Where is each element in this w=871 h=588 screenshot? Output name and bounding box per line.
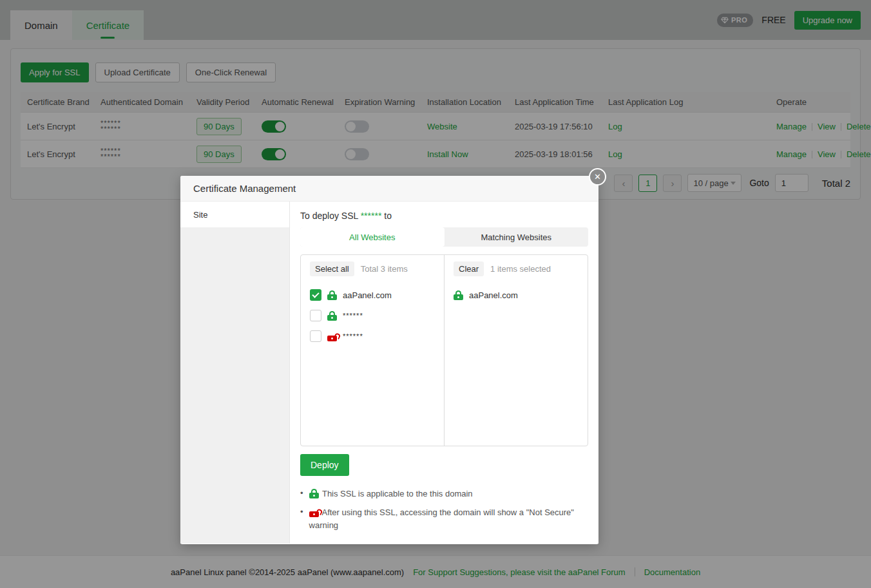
note-not-secure: • After using this SSL, accessing the do… [300, 506, 584, 532]
website-transfer-list: Select all Total 3 items aaPanel.com ** [300, 254, 588, 446]
selected-websites-panel: Clear 1 items selected aaPanel.com [445, 255, 588, 446]
total-items-label: Total 3 items [361, 264, 408, 274]
ssl-notes: • This SSL is applicable to the this dom… [300, 487, 588, 532]
sidebar-item-site[interactable]: Site [180, 202, 289, 227]
list-item[interactable]: ****** [310, 305, 435, 326]
clear-button[interactable]: Clear [454, 261, 484, 276]
unlock-icon [327, 332, 337, 341]
deploy-prefix: To deploy SSL [300, 211, 361, 221]
bullet: • [300, 506, 303, 532]
tab-matching-websites[interactable]: Matching Websites [445, 227, 589, 247]
website-label: aaPanel.com [343, 290, 392, 300]
bullet: • [300, 487, 303, 500]
deploy-ssl-line: To deploy SSL ****** to [300, 211, 588, 221]
available-websites-panel: Select all Total 3 items aaPanel.com ** [301, 255, 445, 446]
certificate-management-modal: ✕ Certificate Management Site To deploy … [180, 176, 598, 544]
close-icon[interactable]: ✕ [589, 168, 606, 185]
lock-icon [309, 489, 319, 498]
website-label: ****** [343, 313, 363, 319]
item-checkbox[interactable] [310, 310, 321, 321]
note-text: After using this SSL, accessing the doma… [309, 507, 574, 530]
lock-icon [327, 290, 337, 300]
deploy-button[interactable]: Deploy [300, 454, 349, 476]
note-secure: • This SSL is applicable to the this dom… [300, 487, 584, 500]
items-selected-label: 1 items selected [490, 264, 551, 274]
ssl-name: ****** [361, 211, 382, 221]
website-label: ****** [343, 334, 363, 339]
website-filter-tabs: All Websites Matching Websites [300, 227, 588, 247]
list-item[interactable]: aaPanel.com [310, 285, 435, 305]
select-all-button[interactable]: Select all [310, 261, 354, 276]
unlock-icon [309, 507, 319, 517]
lock-icon [327, 311, 337, 321]
item-checkbox[interactable] [310, 289, 321, 301]
item-checkbox[interactable] [310, 330, 321, 342]
website-label: aaPanel.com [469, 290, 518, 300]
modal-header: Certificate Management [180, 176, 598, 202]
tab-all-websites[interactable]: All Websites [300, 227, 445, 247]
list-item[interactable]: ****** [310, 326, 435, 346]
modal-title: Certificate Management [193, 183, 296, 194]
note-text: This SSL is applicable to the this domai… [322, 489, 473, 498]
deploy-suffix: to [381, 211, 392, 221]
lock-icon [454, 290, 463, 300]
list-item[interactable]: aaPanel.com [454, 285, 579, 305]
modal-content: To deploy SSL ****** to All Websites Mat… [290, 202, 598, 544]
modal-sidebar: Site [180, 202, 290, 544]
